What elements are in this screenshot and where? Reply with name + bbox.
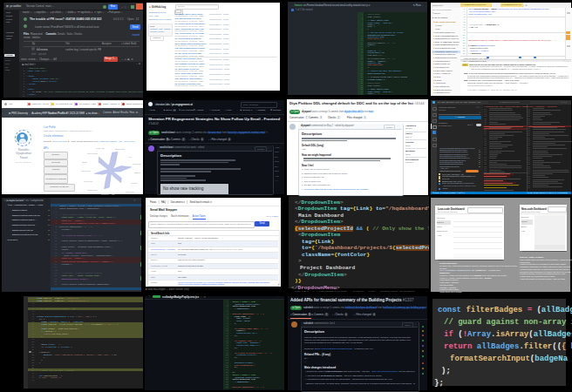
svg-text:Mech lab: Mech lab (133, 163, 141, 166)
svg-text:Stats: Stats (82, 161, 87, 164)
svg-text:DBMS: DBMS (134, 172, 140, 174)
svg-text:Digital des: Digital des (87, 189, 98, 192)
svg-text:Web tech: Web tech (84, 180, 93, 183)
svg-text:Core sys: Core sys (126, 191, 134, 193)
svg-text:Apt: Apt (128, 156, 132, 159)
svg-text:Struct des: Struct des (115, 148, 126, 151)
svg-text:Intro to ML: Intro to ML (81, 170, 92, 172)
svg-text:Math, Sci: Math, Sci (96, 147, 105, 150)
svg-text:Python: Python (131, 182, 138, 185)
svg-text:Prog found: Prog found (87, 152, 98, 155)
